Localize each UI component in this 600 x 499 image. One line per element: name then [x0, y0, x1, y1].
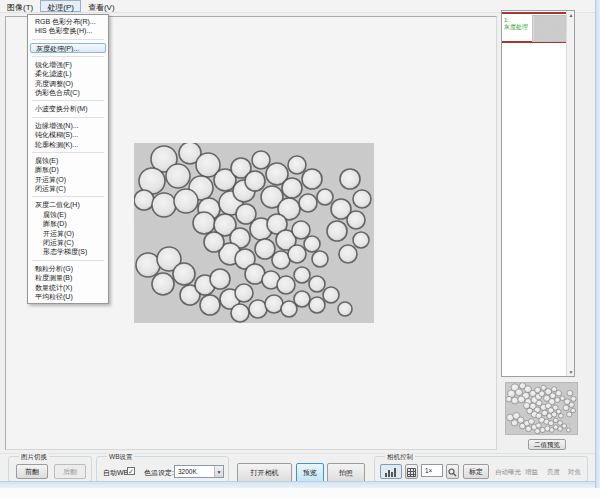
- color-temp-select[interactable]: 3200K ▼: [174, 465, 224, 478]
- menu-item[interactable]: 轮廓检测(K)...: [28, 140, 108, 149]
- camera-status-label: 自动曝光: [495, 468, 521, 477]
- window-frame-bottom: [0, 481, 600, 488]
- menu-item[interactable]: 边缘增强(N)...: [28, 121, 108, 130]
- preview-thumbnail: [505, 382, 578, 435]
- zoom-level-select[interactable]: 1×: [421, 464, 443, 477]
- result-item-caption: 1: 灰度处理: [504, 17, 531, 31]
- bottom-control-panel: 图片切换 前翻 后翻 WB设置 自动WB ✓ 色温设定: 3200K ▼ 打开相…: [0, 453, 600, 481]
- menu-item[interactable]: 开运算(O): [28, 175, 108, 184]
- color-temp-label: 色温设定:: [144, 468, 174, 478]
- menu-item[interactable]: 腐蚀(E): [28, 156, 108, 165]
- menubar-item-image[interactable]: 图像(T): [0, 0, 40, 12]
- result-item-index: 1:: [504, 17, 531, 24]
- capture-button[interactable]: 拍照: [327, 463, 365, 483]
- auto-wb-label: 自动WB: [103, 468, 128, 478]
- specimen-image: [134, 143, 374, 323]
- app-window: 图像(T) 处理(P) 查看(V) RGB 色彩分布(R)...HIS 色彩变换…: [0, 0, 600, 488]
- menu-separator: [32, 56, 104, 57]
- menu-item[interactable]: 粒度测量(B): [28, 273, 108, 282]
- open-camera-button[interactable]: 打开相机: [237, 463, 292, 483]
- menu-separator: [32, 196, 104, 197]
- menu-item[interactable]: 钝化模糊(S)...: [28, 130, 108, 139]
- camera-status-label: 亮度: [547, 468, 560, 477]
- menu-item[interactable]: 腐蚀(E): [28, 210, 108, 219]
- result-list-item-selected[interactable]: 1: 灰度处理: [502, 12, 574, 43]
- scroll-down-icon[interactable]: ▼: [568, 369, 574, 375]
- menu-item[interactable]: 数量统计(X): [28, 283, 108, 292]
- menu-separator: [32, 117, 104, 118]
- camera-status-label: 增益: [525, 468, 538, 477]
- binary-preview-button[interactable]: 二值预览: [528, 439, 566, 450]
- histogram-icon: [384, 467, 398, 477]
- result-item-label: 灰度处理: [504, 24, 531, 31]
- preview-button[interactable]: 预览: [296, 463, 324, 483]
- list-scrollbar[interactable]: ▲ ▼: [566, 11, 574, 376]
- menu-separator: [32, 39, 104, 40]
- menu-item[interactable]: 颗粒分析(G): [28, 264, 108, 273]
- menu-item[interactable]: 灰度二值化(H): [28, 200, 108, 209]
- menubar-item-process[interactable]: 处理(P): [40, 0, 81, 12]
- menu-item[interactable]: 膨胀(D): [28, 165, 108, 174]
- magnifier-button[interactable]: [446, 464, 459, 479]
- menu-item[interactable]: 柔化滤波(L): [28, 69, 108, 78]
- menu-item[interactable]: 灰度处理(P)...: [30, 43, 106, 53]
- menu-item[interactable]: 开运算(O): [28, 229, 108, 238]
- wb-settings-title: WB设置: [107, 453, 134, 460]
- camera-status-label: 对焦: [568, 468, 581, 477]
- window-frame-right: [595, 0, 600, 488]
- calibrate-button[interactable]: 标定: [463, 464, 489, 479]
- process-menu-dropdown: RGB 色彩分布(R)...HIS 色彩变换(H)...灰度处理(P)...锐化…: [27, 14, 109, 304]
- menu-item[interactable]: 伪彩色合成(C): [28, 88, 108, 97]
- grid-button[interactable]: [405, 464, 418, 479]
- camera-control-group: 相机控制 1× 标定 自动: [374, 456, 588, 482]
- menu-item[interactable]: RGB 色彩分布(R)...: [28, 17, 108, 26]
- next-picture-button[interactable]: 后翻: [54, 464, 86, 479]
- menu-separator: [32, 152, 104, 153]
- camera-control-title: 相机控制: [385, 453, 415, 460]
- grid-icon: [407, 468, 416, 477]
- menu-item[interactable]: 亮度调整(O): [28, 79, 108, 88]
- picture-switch-group: 图片切换 前翻 后翻: [8, 456, 92, 482]
- menu-item[interactable]: 平均粒径(U): [28, 292, 108, 301]
- menu-item[interactable]: 锐化增强(F): [28, 60, 108, 69]
- menu-item[interactable]: 闭运算(C): [28, 184, 108, 193]
- magnifier-icon: [448, 468, 457, 477]
- scroll-up-icon[interactable]: ▲: [568, 12, 574, 18]
- menu-item[interactable]: 膨胀(D): [28, 219, 108, 228]
- chevron-down-icon: ▼: [214, 466, 223, 477]
- menu-item[interactable]: 形态学梯度(S): [28, 247, 108, 256]
- auto-wb-checkbox[interactable]: ✓: [127, 467, 135, 475]
- menu-separator: [32, 100, 104, 101]
- menu-item[interactable]: HIS 色彩变换(H)...: [28, 26, 108, 35]
- wb-settings-group: WB设置 自动WB ✓ 色温设定: 3200K ▼: [96, 456, 229, 482]
- result-list-panel[interactable]: 1: 灰度处理 ▲ ▼: [501, 10, 575, 377]
- menu-separator: [32, 260, 104, 261]
- picture-switch-title: 图片切换: [19, 453, 49, 460]
- prev-picture-button[interactable]: 前翻: [16, 464, 48, 479]
- zoom-level-value: 1×: [425, 467, 432, 474]
- menubar-item-view[interactable]: 查看(V): [81, 0, 122, 12]
- menu-item[interactable]: 小波变换分析(M): [28, 104, 108, 113]
- histogram-button[interactable]: [380, 464, 402, 479]
- color-temp-value: 3200K: [178, 468, 197, 475]
- menu-item[interactable]: 闭运算(C): [28, 238, 108, 247]
